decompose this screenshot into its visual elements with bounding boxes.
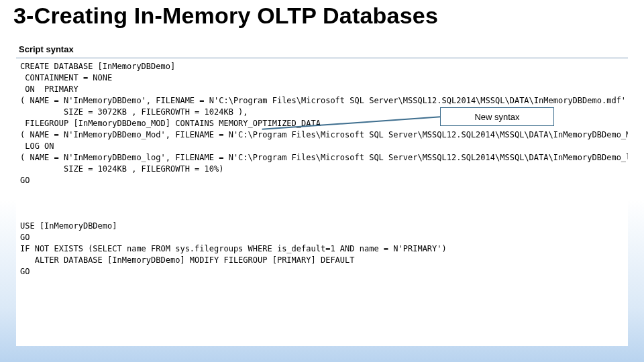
- slide: 3-Creating In-Memory OLTP Databases Scri…: [0, 0, 644, 362]
- new-syntax-callout: New syntax: [440, 107, 554, 126]
- sql-code-block: CREATE DATABASE [InMemoryDBDemo] CONTAIN…: [16, 58, 628, 346]
- script-syntax-label: Script syntax: [19, 44, 74, 54]
- slide-title: 3-Creating In-Memory OLTP Databases: [13, 3, 438, 29]
